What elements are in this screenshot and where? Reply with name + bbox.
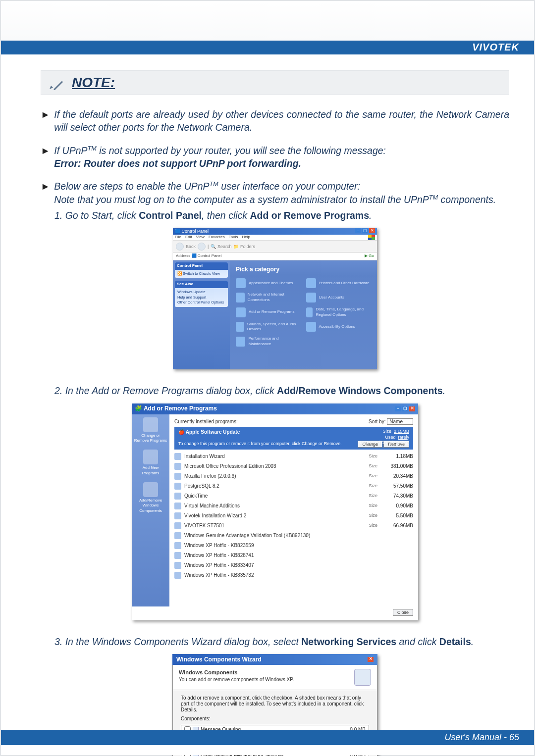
- side-button-windows-components[interactable]: Add/Remove Windows Components: [134, 482, 167, 514]
- program-icon: [174, 473, 181, 480]
- page-footer: User's Manual - 65: [1, 730, 534, 755]
- side-panel-heading: See Also: [175, 281, 228, 288]
- programs-icon: [143, 417, 158, 432]
- bullet-3-text: Below are steps to enable the UPnPTM use…: [54, 180, 509, 206]
- bullet-arrow: ►: [41, 144, 50, 170]
- side-panel-link[interactable]: 🔀 Switch to Classic View: [175, 270, 228, 278]
- side-button-change-remove[interactable]: Change or Remove Programs: [134, 417, 167, 444]
- program-row[interactable]: Microsoft Office Professional Edition 20…: [174, 461, 413, 471]
- category-item[interactable]: Performance and Maintenance: [236, 336, 301, 347]
- step-1: 1. Go to Start, click Control Panel, the…: [54, 209, 509, 222]
- category-icon: [306, 322, 316, 332]
- category-icon: [236, 293, 245, 302]
- category-item[interactable]: Sounds, Speech, and Audio Devices: [236, 322, 301, 333]
- folders-icon[interactable]: 📁 Folders: [233, 244, 255, 250]
- program-icon: [174, 572, 181, 579]
- category-icon: [306, 307, 313, 317]
- program-icon: [174, 453, 181, 460]
- back-icon[interactable]: [176, 243, 184, 251]
- side-panel-heading: Control Panel: [175, 262, 228, 270]
- program-icon: [174, 542, 181, 549]
- maximize-icon[interactable]: ▢: [362, 228, 368, 233]
- program-row[interactable]: Windows Genuine Advantage Validation Too…: [174, 531, 413, 541]
- minimize-icon[interactable]: –: [395, 406, 401, 411]
- category-item[interactable]: Appearance and Themes: [236, 278, 301, 288]
- svg-rect-0: [54, 81, 63, 90]
- program-row[interactable]: QuickTimeSize74.30MB: [174, 491, 413, 501]
- window-menubar[interactable]: File Edit View Favorites Tools Help: [173, 235, 377, 241]
- category-item[interactable]: Add or Remove Programs: [236, 307, 301, 318]
- program-icon: [174, 562, 181, 569]
- close-icon[interactable]: ✕: [409, 406, 415, 411]
- side-panel-link[interactable]: Windows Update: [177, 290, 225, 295]
- close-icon[interactable]: ✕: [369, 228, 375, 233]
- maximize-icon[interactable]: ▢: [402, 406, 408, 411]
- program-icon: [174, 503, 181, 509]
- program-row[interactable]: Windows XP Hotfix - KB833407: [174, 560, 413, 570]
- sort-by-select[interactable]: Sort by: Name: [369, 418, 413, 425]
- wizard-subheading: You can add or remove components of Wind…: [179, 676, 294, 683]
- svg-marker-1: [50, 86, 53, 89]
- pencil-icon: [48, 75, 64, 91]
- pick-category-heading: Pick a category: [236, 265, 371, 273]
- category-icon: [236, 337, 245, 347]
- side-button-add-new[interactable]: Add New Programs: [134, 450, 167, 476]
- category-icon: [306, 278, 316, 288]
- bullet-1-text: If the default ports are already used by…: [54, 108, 509, 134]
- program-icon: [174, 463, 181, 470]
- program-row[interactable]: Virtual Machine AdditionsSize0.90MB: [174, 501, 413, 511]
- windows-flag-icon: [368, 235, 375, 240]
- side-panel-link[interactable]: Help and Support: [177, 295, 225, 301]
- bullet-2-text: If UPnPTM is not supported by your route…: [54, 144, 386, 170]
- program-row[interactable]: Windows XP Hotfix - KB835732: [174, 570, 413, 580]
- category-icon: [236, 322, 244, 332]
- program-icon: [174, 522, 181, 529]
- minimize-icon[interactable]: –: [355, 228, 361, 233]
- installed-heading: Currently installed programs:: [174, 418, 238, 425]
- program-icon: [174, 493, 181, 500]
- bullet-arrow: ►: [41, 180, 50, 206]
- program-row[interactable]: PostgreSQL 8.2Size57.50MB: [174, 481, 413, 491]
- screenshot-add-remove-programs: 🧩 Add or Remove Programs – ▢ ✕ Change or…: [132, 403, 418, 620]
- note-heading: NOTE:: [72, 75, 115, 91]
- brand-label: VIVOTEK: [472, 42, 519, 53]
- close-button[interactable]: Close: [393, 609, 413, 616]
- components-label: Components:: [181, 716, 369, 722]
- program-row[interactable]: Windows XP Hotfix - KB823559: [174, 541, 413, 551]
- step-3: 3. In the Windows Components Wizard dial…: [54, 635, 509, 648]
- program-icon: [174, 512, 181, 519]
- program-icon: [174, 483, 181, 490]
- screenshot-control-panel: 🟦 Control Panel – ▢ ✕ File Edit View Fav: [173, 228, 377, 369]
- forward-icon[interactable]: [198, 243, 206, 251]
- footer-text: User's Manual - 65: [445, 732, 520, 743]
- program-icon: [174, 552, 181, 559]
- category-icon: [306, 293, 316, 302]
- category-item[interactable]: User Accounts: [306, 292, 372, 303]
- category-item[interactable]: Date, Time, Language, and Regional Optio…: [306, 307, 372, 318]
- category-item[interactable]: Network and Internet Connections: [236, 292, 301, 303]
- side-panel-link[interactable]: Other Control Panel Options: [177, 300, 225, 305]
- program-row[interactable]: Windows XP Hotfix - KB828741: [174, 551, 413, 560]
- window-title: 🟦 Control Panel: [175, 228, 209, 234]
- program-row[interactable]: Vivotek Installation Wizard 2Size5.50MB: [174, 511, 413, 521]
- note-box: NOTE:: [41, 70, 509, 95]
- category-icon: [236, 307, 246, 317]
- program-row[interactable]: Installation WizardSize1.18MB: [174, 452, 413, 461]
- category-item[interactable]: Accessibility Options: [306, 322, 372, 333]
- address-bar[interactable]: Address 🟦 Control Panel ▶ Go: [173, 252, 377, 260]
- components-icon: [143, 482, 158, 497]
- close-icon[interactable]: ✕: [368, 657, 374, 662]
- category-item[interactable]: Printers and Other Hardware: [306, 278, 372, 288]
- window-title: Windows Components Wizard: [176, 655, 262, 663]
- search-icon[interactable]: 🔍 Search: [211, 244, 231, 250]
- window-title: 🧩 Add or Remove Programs: [135, 404, 217, 412]
- program-row[interactable]: Mozilla Firefox (2.0.0.6)Size20.34MB: [174, 471, 413, 481]
- program-row[interactable]: VIVOTEK ST7501Size66.96MB: [174, 521, 413, 531]
- page-header: VIVOTEK: [1, 1, 534, 54]
- wizard-heading: Windows Components: [179, 669, 294, 676]
- bullet-arrow: ►: [41, 108, 50, 134]
- wizard-instructions: To add or remove a component, click the …: [181, 695, 369, 713]
- category-icon: [236, 278, 246, 288]
- window-toolbar[interactable]: Back | 🔍 Search 📁 Folders: [173, 241, 377, 252]
- add-icon: [143, 450, 158, 464]
